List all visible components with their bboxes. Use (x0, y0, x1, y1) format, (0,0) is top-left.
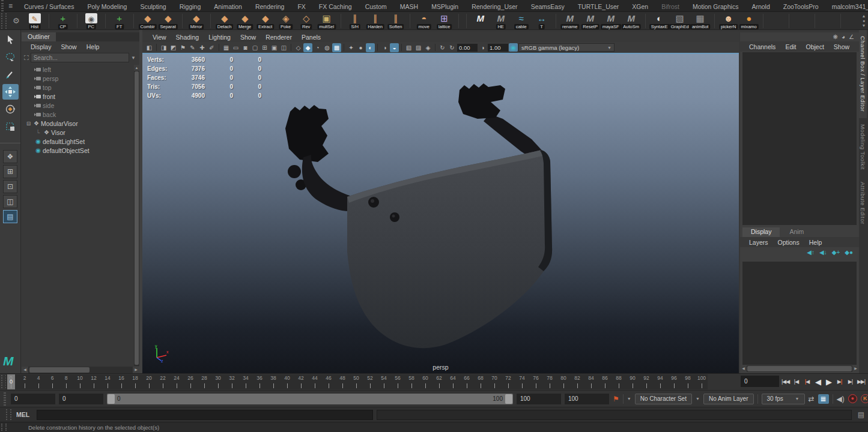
select-by-name-icon[interactable]: ⛶ (24, 54, 29, 62)
menu-lighting[interactable]: Lighting (204, 33, 235, 41)
side-tab-modeling-toolkit[interactable]: Modeling Toolkit (859, 118, 867, 176)
anim-layer-dropdown[interactable]: No Anim Layer (703, 394, 754, 404)
scroll-down-icon[interactable]: ▼ (862, 23, 866, 28)
animation-end-field[interactable]: 100 (565, 394, 609, 404)
record-icon[interactable]: ● (848, 394, 857, 403)
outliner-item-visor[interactable]: └❖Visor (22, 128, 134, 137)
move-layer-up-icon[interactable]: ◀↑ (807, 249, 815, 256)
shelf-tab-rigging[interactable]: Rigging (173, 1, 208, 11)
exposure-field[interactable]: 0.00 (457, 44, 478, 52)
outliner-vertical-scrollbar[interactable]: ▲ (134, 65, 139, 366)
gamma-icon[interactable]: ◑ (478, 43, 487, 52)
shelf-tab-fx[interactable]: FX (291, 1, 312, 11)
drag-handle[interactable] (1, 13, 7, 29)
menu-show[interactable]: Show (236, 33, 260, 41)
shelf-button-merge[interactable]: ◆Merge (235, 13, 255, 29)
scrollbar-thumb[interactable] (29, 367, 90, 373)
shelf-tab-rendering-user[interactable]: Rendering_User (465, 1, 524, 11)
four-view-layout[interactable]: ❖ (3, 150, 17, 163)
shelf-button-mirror[interactable]: ◆Mirror (186, 13, 207, 29)
anti-alias-icon[interactable]: ◒ (390, 43, 399, 52)
scroll-left-icon[interactable]: ◀ (22, 367, 28, 373)
command-line-input[interactable] (37, 410, 373, 420)
step-back-frame-button[interactable]: |◀ (791, 375, 801, 388)
shelf-button-multsel[interactable]: ▣multSel (317, 13, 337, 29)
motion-blur-icon[interactable]: ◑ (380, 43, 389, 52)
shelf-button-animbot[interactable]: ▦animBot (690, 13, 711, 29)
scale-tool[interactable] (2, 119, 19, 134)
command-line-language-label[interactable]: MEL (16, 411, 33, 418)
gamma-field[interactable]: 1.00 (488, 44, 508, 52)
field-chart-icon[interactable]: ⊞ (260, 43, 269, 52)
play-forwards-button[interactable]: ▶ (824, 375, 834, 388)
joints-xray-icon[interactable]: ▨ (414, 43, 423, 52)
shelf-button-separat[interactable]: ◆Separat (158, 13, 178, 29)
channel-box-horizontal-scrollbar[interactable]: ◀ ▶ (740, 365, 859, 372)
outliner-item-defaultlightset[interactable]: ◉defaultLightSet (22, 137, 134, 146)
create-bookmark-icon[interactable]: ⚑ (613, 395, 619, 403)
fps-dropdown[interactable]: 30 fps ▼ (762, 394, 805, 404)
shelf-button-detach[interactable]: ◆Detach (214, 13, 235, 29)
camera-attributes-icon[interactable]: ◩ (169, 43, 178, 52)
shelf-button-s-h[interactable]: ∥S/H (345, 13, 365, 29)
outliner-item-modularvisor[interactable]: ⊟❖ModularVisor (22, 119, 134, 128)
select-tool[interactable] (2, 32, 19, 47)
menu-shading[interactable]: Shading (172, 33, 204, 41)
scroll-right-icon[interactable]: ▶ (852, 365, 859, 372)
outliner-item-side[interactable]: side (22, 101, 134, 110)
pane-pair-b-layout[interactable]: ⊡ (3, 180, 17, 193)
shelf-tab-fx-caching[interactable]: FX Caching (312, 1, 359, 11)
colorspace-dropdown[interactable]: sRGB gamma (legacy)▼ (518, 43, 615, 52)
outliner-item-persp[interactable]: persp (22, 74, 134, 83)
outliner-item-defaultobjectset[interactable]: ◉defaultObjectSet (22, 146, 134, 155)
grease-pencil-icon[interactable]: ✐ (207, 43, 216, 52)
two-pane-layout[interactable]: ◫ (3, 195, 17, 208)
shadows-icon[interactable]: ● (356, 43, 365, 52)
move-tool[interactable] (2, 84, 19, 100)
shelf-button-syntaxe[interactable]: ◐SyntaxE (649, 13, 670, 29)
shelf-tab-sculpting[interactable]: Sculpting (133, 1, 172, 11)
shelf-button-ft[interactable]: +FT (109, 13, 130, 29)
shelf-button-autosm[interactable]: MAutoSm (621, 13, 642, 29)
outliner-item-top[interactable]: top (22, 83, 134, 92)
shelf-tab-seamseasy[interactable]: SeamsEasy (524, 1, 571, 11)
script-editor-icon[interactable]: ▤ (858, 410, 864, 419)
backface-icon[interactable]: ◈ (423, 43, 432, 52)
menu-options[interactable]: Options (774, 238, 804, 247)
shelf-button-pc[interactable]: ◉PC (81, 13, 102, 29)
shelf-tab-malcolm341-mega-pack[interactable]: malcolm341_mega_pack (825, 1, 868, 11)
shelf-button-combir[interactable]: ◆Combir (138, 13, 158, 29)
outliner-tab[interactable]: Outliner (22, 32, 56, 41)
shelf-tab-poly-modeling[interactable]: Poly Modeling (80, 1, 133, 11)
shelf-button-extract[interactable]: ◆Extract (255, 13, 276, 29)
menu-edit[interactable]: Edit (781, 43, 800, 51)
viewport-canvas[interactable]: Verts:366000Edges:737600Faces:374600Tris… (142, 54, 739, 373)
xray-icon[interactable]: ▧ (404, 43, 413, 52)
bookmark-icon[interactable]: ⚑ (178, 43, 187, 52)
current-frame-field[interactable]: 0 (741, 376, 779, 387)
resolution-gate-icon[interactable]: ◙ (241, 43, 250, 52)
shelf-button-resetp[interactable]: MResetP (580, 13, 601, 29)
shelf-tab-motion-graphics[interactable]: Motion Graphics (686, 1, 745, 11)
move-layer-down-icon[interactable]: ◀↓ (819, 249, 827, 256)
menu-show[interactable]: Show (56, 43, 80, 51)
shelf-menu-icon[interactable]: ≡ (5, 2, 17, 11)
gear-icon[interactable]: ⚙ (8, 16, 25, 25)
step-forward-key-button[interactable]: ▶| (834, 375, 845, 388)
auto-keyframe-icon[interactable]: K (861, 394, 868, 403)
outliner-horizontal-scrollbar[interactable]: ◀ ▶ (22, 367, 139, 373)
safe-title-icon[interactable]: ◫ (279, 43, 288, 52)
menu-renderer[interactable]: Renderer (261, 33, 296, 41)
drag-handle[interactable] (6, 409, 11, 420)
shelf-tab-turtle-user[interactable]: TURTLE_User (571, 1, 626, 11)
drag-handle[interactable] (1, 424, 7, 431)
range-start-handle[interactable] (108, 394, 115, 404)
outliner-item-left[interactable]: left (22, 65, 134, 74)
grid-icon[interactable]: ▦ (222, 43, 231, 52)
gate-mask-icon[interactable]: ▢ (250, 43, 259, 52)
pose-icon[interactable]: ❋ (833, 34, 838, 40)
shelf-button-move[interactable]: ◓move (414, 13, 434, 29)
shelf-button-cable[interactable]: ≈cable (511, 13, 532, 29)
mute-audio-icon[interactable]: ◀) (837, 395, 845, 403)
menu-layers[interactable]: Layers (745, 238, 772, 247)
